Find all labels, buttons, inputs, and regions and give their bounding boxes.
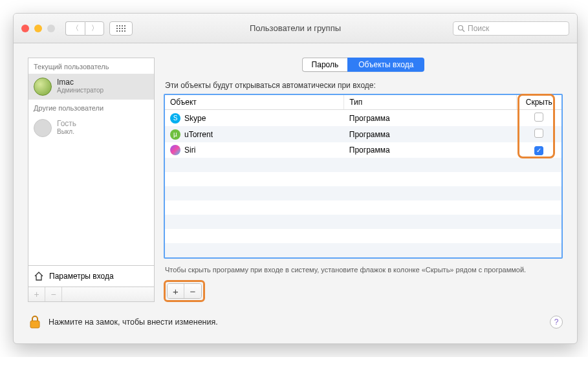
help-button[interactable]: ? [550,316,563,329]
main-panel: Пароль Объекты входа Эти объекты будут о… [164,58,563,302]
window-title: Пользователи и группы [250,23,341,33]
search-input[interactable]: Поиск [453,21,569,36]
house-icon [34,271,44,281]
remove-item-button[interactable]: − [184,284,201,298]
guest-status: Выкл. [57,128,76,135]
siri-icon [170,145,180,155]
table-row[interactable]: SSkype Программа [165,110,561,127]
tab-password[interactable]: Пароль [302,58,348,72]
svg-point-0 [459,25,463,30]
user-name: Imac [57,78,103,87]
svg-line-1 [463,30,464,32]
remove-user-button[interactable]: − [45,287,62,301]
sidebar-user-current[interactable]: Imac Администратор [28,74,154,100]
login-options-button[interactable]: Параметры входа [28,265,155,287]
tab-login-items[interactable]: Объекты входа [347,58,424,72]
close-icon[interactable] [21,25,29,32]
highlight-add-remove: + − [164,280,205,302]
item-type: Программа [344,110,516,127]
col-object[interactable]: Объект [165,95,344,110]
add-user-button[interactable]: + [28,287,45,301]
item-add-remove: + − [167,283,202,299]
other-users-label: Другие пользователи [28,100,154,115]
skype-icon: S [170,113,180,124]
hide-checkbox[interactable] [534,129,543,138]
avatar [34,119,52,137]
footer: Нажмите на замок, чтобы внести изменения… [14,314,577,343]
traffic-lights [21,25,55,32]
item-type: Программа [344,126,516,142]
login-items-table: Объект Тип Скрыть SSkype Программа [164,94,563,259]
show-all-button[interactable] [109,21,133,36]
svg-rect-2 [30,321,39,328]
avatar [34,78,52,96]
col-hide[interactable]: Скрыть [516,95,561,110]
titlebar: 〈 〉 Пользователи и группы Поиск [14,14,577,43]
table-row[interactable]: µuTorrent Программа [165,126,561,142]
item-name: Skype [184,114,206,123]
zoom-icon[interactable] [47,25,55,32]
current-user-label: Текущий пользователь [28,58,154,74]
hide-hint: Чтобы скрыть программу при входе в систе… [165,265,561,275]
sidebar-user-guest[interactable]: Гость Выкл. [28,115,154,141]
table-row[interactable]: Siri Программа [165,142,561,158]
hide-checkbox[interactable] [534,113,543,122]
grid-icon [116,25,125,32]
user-sidebar: Текущий пользователь Imac Администратор … [28,58,155,302]
search-placeholder: Поиск [468,24,489,33]
login-items-heading: Эти объекты будут открываться автоматиче… [165,81,561,90]
lock-message: Нажмите на замок, чтобы внести изменения… [49,318,218,327]
tab-segment: Пароль Объекты входа [302,58,425,72]
guest-name: Гость [57,119,76,128]
item-name: uTorrent [184,130,213,139]
preferences-window: 〈 〉 Пользователи и группы Поиск Текущий … [13,13,578,344]
col-type[interactable]: Тип [344,95,516,110]
forward-button[interactable]: 〉 [85,21,104,36]
add-item-button[interactable]: + [168,284,184,298]
user-add-remove: + − [28,287,155,302]
utorrent-icon: µ [170,129,180,140]
search-icon [457,25,465,32]
item-type: Программа [344,142,516,158]
lock-icon[interactable] [28,314,42,330]
item-name: Siri [184,146,195,155]
back-button[interactable]: 〈 [65,21,85,36]
nav-segment: 〈 〉 [65,21,104,36]
hide-checkbox[interactable] [534,146,543,155]
minimize-icon[interactable] [34,25,42,32]
user-role: Администратор [57,87,103,94]
login-options-label: Параметры входа [49,272,114,281]
